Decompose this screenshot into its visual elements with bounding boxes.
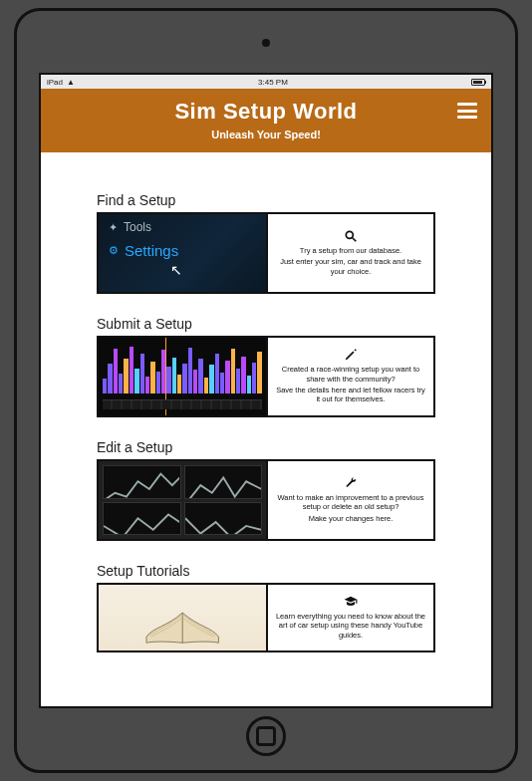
status-carrier: iPad (47, 78, 63, 87)
svg-line-1 (353, 238, 357, 242)
main-content: Find a Setup ✦Tools ⚙Settings ↖ Try a se… (41, 152, 491, 706)
wifi-icon: ▲ (67, 78, 75, 87)
gear-icon: ⚙ (109, 244, 119, 257)
tablet-camera (262, 39, 270, 47)
app-subtitle: Unleash Your Speed! (55, 129, 477, 140)
card-thumbnail-settings: ✦Tools ⚙Settings ↖ (99, 214, 266, 292)
card-text: Just enter your sim, car and track and t… (274, 257, 427, 276)
card-text: Make your changes here. (309, 514, 394, 523)
card-title: Find a Setup (97, 192, 435, 208)
card-thumbnail-monitors (99, 461, 266, 539)
card-thumbnail-book (99, 585, 266, 651)
card-find-setup[interactable]: Find a Setup ✦Tools ⚙Settings ↖ Try a se… (97, 192, 435, 294)
tablet-frame: iPad ▲ 3:45 PM Sim Setup World Unleash Y… (14, 8, 518, 773)
card-edit-setup[interactable]: Edit a Setup Want to make an improvement… (97, 439, 435, 541)
card-submit-setup[interactable]: Submit a Setup (97, 316, 435, 417)
card-text: Created a race-winning setup you want to… (274, 365, 427, 384)
card-info: Learn everything you need to know about … (266, 585, 433, 651)
card-info: Want to make an improvement to a previou… (266, 461, 433, 539)
card-title: Setup Tutorials (97, 563, 435, 579)
svg-point-0 (346, 231, 353, 238)
card-text: Want to make an improvement to a previou… (274, 493, 427, 512)
card-info: Created a race-winning setup you want to… (266, 338, 433, 415)
card-text: Save the details here and let fellow rac… (274, 386, 427, 404)
battery-icon (471, 79, 485, 86)
app-title: Sim Setup World (55, 99, 477, 125)
card-info: Try a setup from our database. Just ente… (266, 214, 433, 292)
cursor-icon: ↖ (170, 262, 182, 278)
card-text: Learn everything you need to know about … (274, 612, 427, 640)
status-time: 3:45 PM (258, 78, 288, 87)
tools-icon: ✦ (109, 221, 118, 234)
status-bar: iPad ▲ 3:45 PM (41, 75, 491, 89)
search-icon (344, 229, 358, 243)
card-title: Edit a Setup (97, 439, 435, 455)
card-title: Submit a Setup (97, 316, 435, 332)
menu-icon[interactable] (457, 103, 477, 119)
graduation-icon (344, 595, 358, 609)
screen: iPad ▲ 3:45 PM Sim Setup World Unleash Y… (39, 73, 493, 708)
card-setup-tutorials[interactable]: Setup Tutorials (97, 563, 435, 652)
pencil-icon (344, 348, 358, 362)
wrench-icon (344, 476, 358, 490)
app-header: Sim Setup World Unleash Your Speed! (41, 89, 491, 152)
card-text: Try a setup from our database. (300, 246, 401, 255)
home-button[interactable] (246, 716, 286, 756)
card-thumbnail-waveform (99, 338, 266, 415)
